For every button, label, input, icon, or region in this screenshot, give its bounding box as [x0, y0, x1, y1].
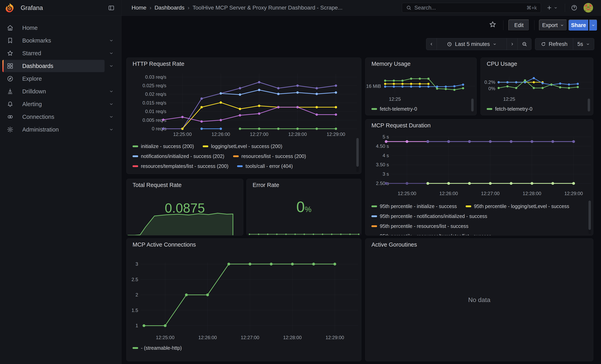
search-shortcut: ⌘+k: [526, 5, 537, 11]
legend-item[interactable]: 95th percentile - initialize - success: [371, 204, 457, 209]
http-request-rate-chart[interactable]: 0 req/s0.005 req/s0.01 req/s0.015 req/s0…: [127, 58, 361, 143]
chevron-down-icon[interactable]: [107, 98, 115, 110]
legend-scrollbar-thumb[interactable]: [588, 98, 590, 111]
sidebar-item-administration[interactable]: Administration: [2, 123, 105, 136]
sidebar-item-bookmarks[interactable]: Bookmarks: [2, 34, 105, 47]
panel-http-request-rate: HTTP Request Rate 0 req/s0.005 req/s0.01…: [126, 58, 361, 174]
help-icon[interactable]: [571, 0, 578, 16]
legend-item[interactable]: 95th percentile - notifications/initiali…: [371, 213, 487, 219]
panel-title[interactable]: MCP Request Duration: [371, 122, 431, 129]
panel-error-rate: Error Rate 0%: [246, 179, 361, 236]
legend-item[interactable]: tools/call - error (404): [237, 163, 293, 169]
chevron-down-icon[interactable]: [107, 47, 115, 59]
refresh-controls: Refresh 5s: [535, 38, 594, 50]
legend-item[interactable]: tools/call - success (200): [132, 173, 196, 174]
add-button[interactable]: [546, 0, 558, 16]
rings-icon: [7, 113, 13, 120]
sidebar-item-alerting[interactable]: Alerting: [2, 98, 105, 110]
legend-label: initialize - success (200): [141, 143, 194, 149]
sidebar-item-connections[interactable]: Connections: [2, 111, 105, 123]
legend-item[interactable]: notifications/initialized - success (202…: [132, 153, 224, 159]
sidebar-item-explore[interactable]: Explore: [2, 72, 105, 85]
time-range-label: Last 5 minutes: [455, 41, 490, 47]
legend-item[interactable]: - (streamable-http): [132, 345, 182, 351]
legend-color-chip: [371, 108, 377, 110]
legend-color-chip: [233, 155, 239, 157]
legend-label: tools/call - success (200): [141, 173, 196, 174]
legend-scrollbar-thumb[interactable]: [356, 138, 359, 167]
app-header: Grafana Home›Dashboards›ToolHive MCP Ser…: [0, 0, 601, 16]
sidebar-item-dashboards[interactable]: Dashboards: [2, 60, 105, 72]
legend-item[interactable]: tools/list - success (200): [204, 173, 266, 174]
legend-label: 95th percentile - notifications/initiali…: [380, 213, 487, 219]
svg-text:3: 3: [136, 261, 138, 267]
svg-text:0.02 req/s: 0.02 req/s: [145, 91, 166, 97]
svg-text:2: 2: [136, 292, 138, 297]
legend-item[interactable]: 95th percentile - resources/list - succe…: [371, 223, 469, 229]
chevron-down-icon[interactable]: [107, 60, 115, 72]
time-back-button[interactable]: [426, 38, 437, 50]
sidebar-item-home[interactable]: Home: [2, 22, 105, 34]
export-button[interactable]: Export: [539, 20, 567, 31]
svg-text:12:25: 12:25: [503, 96, 515, 102]
svg-text:0.2%: 0.2%: [484, 79, 495, 85]
legend-item[interactable]: initialize - success (200): [132, 143, 194, 149]
legend-label: fetch-telemetry-0: [495, 106, 532, 112]
panel-title[interactable]: Active Goroutines: [371, 241, 417, 248]
sidebar-item-starred[interactable]: Starred: [2, 47, 105, 59]
panel-title[interactable]: Memory Usage: [371, 61, 411, 67]
share-options-button[interactable]: [589, 20, 597, 31]
breadcrumb-item[interactable]: Home: [131, 5, 147, 11]
chevron-down-icon: [554, 6, 558, 10]
panel-title[interactable]: Error Rate: [253, 182, 279, 188]
legend-item[interactable]: logging/setLevel - success (200): [203, 143, 282, 149]
grafana-logo-icon[interactable]: [5, 3, 15, 13]
compass-icon: [7, 75, 13, 82]
chevron-down-icon: [591, 23, 595, 27]
legend-color-chip: [487, 108, 492, 110]
breadcrumb-item: ToolHive MCP Server & Proxy Runner Dashb…: [193, 5, 342, 11]
time-range-picker[interactable]: Last 5 minutes: [437, 38, 507, 50]
mcp-active-connections-chart[interactable]: 32.521.5112:25:0012:26:0012:27:0012:28:0…: [127, 239, 361, 344]
breadcrumb-item[interactable]: Dashboards: [154, 5, 184, 11]
legend-item[interactable]: resources/list - success (200): [233, 153, 306, 159]
chevron-down-icon: [560, 23, 564, 27]
panel-mcp-active-connections: MCP Active Connections 32.521.5112:25:00…: [126, 238, 361, 361]
panel-title[interactable]: CPU Usage: [487, 61, 517, 67]
sidebar-item-label: Explore: [22, 76, 42, 82]
chevron-down-icon[interactable]: [107, 34, 115, 47]
favorite-star-icon[interactable]: [489, 21, 496, 28]
panel-cpu-usage: CPU Usage 0.2%0%12:25 fetch-telemetry-0: [481, 58, 593, 115]
user-avatar[interactable]: [583, 3, 593, 12]
svg-text:12:28:00: 12:28:00: [523, 191, 541, 196]
time-forward-button[interactable]: [507, 38, 517, 50]
legend-color-chip: [371, 206, 377, 207]
legend-scrollbar-thumb[interactable]: [471, 98, 474, 111]
legend-item[interactable]: resources/templates/list - success (200): [132, 163, 228, 169]
chevron-down-icon[interactable]: [107, 85, 115, 98]
edit-button[interactable]: Edit: [508, 20, 530, 31]
chevron-down-icon[interactable]: [107, 111, 115, 123]
collapse-sidebar-icon[interactable]: [108, 5, 115, 11]
panel-title[interactable]: MCP Active Connections: [132, 241, 196, 248]
legend-item[interactable]: fetch-telemetry-0: [371, 106, 417, 112]
svg-text:0.015 req/s: 0.015 req/s: [142, 100, 166, 106]
legend-scrollbar-thumb[interactable]: [589, 200, 591, 230]
refresh-button[interactable]: Refresh: [535, 38, 573, 50]
panel-title[interactable]: HTTP Request Rate: [132, 61, 184, 67]
sidebar-item-drilldown[interactable]: Drilldown: [2, 85, 105, 98]
chevron-left-icon: [429, 42, 434, 46]
sidebar-item-label: Dashboards: [22, 63, 53, 69]
panel-title[interactable]: Total Request Rate: [132, 182, 182, 188]
legend-item[interactable]: 95th percentile - logging/setLevel - suc…: [466, 204, 569, 209]
legend-color-chip: [132, 347, 138, 349]
legend-item[interactable]: unknown - success (200): [275, 173, 338, 174]
legend-item[interactable]: 95th percentile - resources/templates/li…: [371, 233, 491, 236]
search-input[interactable]: Search... ⌘+k: [402, 3, 541, 13]
share-button[interactable]: Share: [568, 20, 589, 31]
refresh-interval-picker[interactable]: 5s: [573, 38, 594, 50]
mcp-request-duration-chart[interactable]: 5 s4.50 s4 s3.50 s3 s2.50 s12:25:0012:26…: [365, 119, 593, 203]
legend-item[interactable]: fetch-telemetry-0: [487, 106, 532, 112]
chevron-down-icon[interactable]: [107, 123, 115, 136]
zoom-out-button[interactable]: [517, 38, 531, 50]
